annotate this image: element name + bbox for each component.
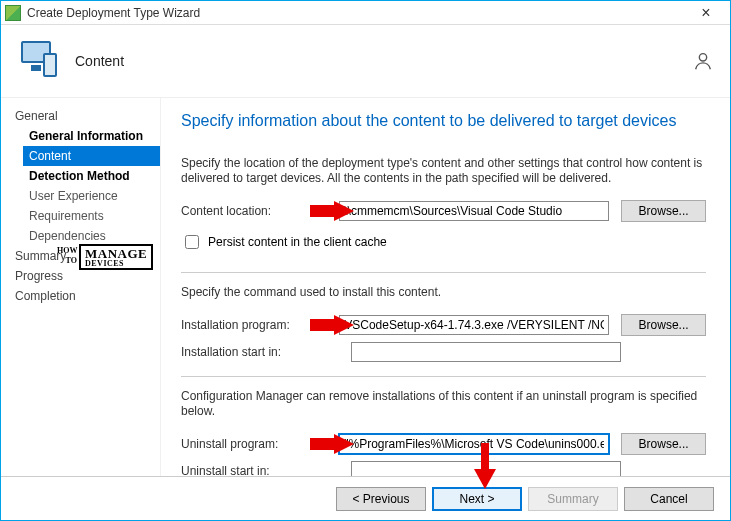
row-install-program: Installation program: Browse... <box>181 314 706 336</box>
label-persist-cache: Persist content in the client cache <box>208 235 387 249</box>
sidebar-item-content[interactable]: Content <box>23 146 160 166</box>
page-heading: Specify information about the content to… <box>181 112 706 130</box>
label-uninstall-start: Uninstall start in: <box>181 464 351 476</box>
sidebar-item-dependencies[interactable]: Dependencies <box>11 226 160 246</box>
sidebar-item-user-experience[interactable]: User Experience <box>11 186 160 206</box>
checkbox-persist-cache[interactable] <box>185 235 199 249</box>
sidebar-item-detection-method[interactable]: Detection Method <box>11 166 160 186</box>
summary-button: Summary <box>528 487 618 511</box>
label-install-start: Installation start in: <box>181 345 351 359</box>
input-uninstall-start[interactable] <box>351 461 621 476</box>
watermark: HOWTO MANAGE DEVICES <box>79 244 159 276</box>
sidebar-item-completion[interactable]: Completion <box>11 286 160 306</box>
svg-point-0 <box>699 54 706 61</box>
sidebar-item-requirements[interactable]: Requirements <box>11 206 160 226</box>
label-uninstall-program: Uninstall program: <box>181 437 339 451</box>
input-install-start[interactable] <box>351 342 621 362</box>
header: Content <box>1 25 730 97</box>
close-icon[interactable]: × <box>686 4 726 22</box>
browse-uninstall-button[interactable]: Browse... <box>621 433 706 455</box>
row-uninstall-start: Uninstall start in: <box>181 461 706 476</box>
app-icon <box>5 5 21 21</box>
row-content-location: Content location: Browse... <box>181 200 706 222</box>
wizard-footer: < Previous Next > Summary Cancel <box>1 476 730 520</box>
window-title: Create Deployment Type Wizard <box>27 6 200 20</box>
input-install-program[interactable] <box>339 315 609 335</box>
input-content-location[interactable] <box>339 201 609 221</box>
page-description: Specify the location of the deployment t… <box>181 156 706 186</box>
account-icon <box>692 50 714 72</box>
browse-content-button[interactable]: Browse... <box>621 200 706 222</box>
browse-install-button[interactable]: Browse... <box>621 314 706 336</box>
wizard-window: Create Deployment Type Wizard × Content … <box>0 0 731 521</box>
header-section-title: Content <box>75 53 124 69</box>
previous-button[interactable]: < Previous <box>336 487 426 511</box>
sidebar-item-general[interactable]: General <box>11 106 160 126</box>
wizard-steps-sidebar: General General Information Content Dete… <box>1 98 161 476</box>
sidebar-item-general-information[interactable]: General Information <box>11 126 160 146</box>
uninstall-description: Configuration Manager can remove install… <box>181 389 706 419</box>
label-content-location: Content location: <box>181 204 339 218</box>
next-button[interactable]: Next > <box>432 487 522 511</box>
row-uninstall-program: Uninstall program: Browse... <box>181 433 706 455</box>
install-description: Specify the command used to install this… <box>181 285 706 300</box>
content-panel: Specify information about the content to… <box>161 98 730 476</box>
computer-icon <box>17 39 61 83</box>
titlebar: Create Deployment Type Wizard × <box>1 1 730 25</box>
input-uninstall-program[interactable] <box>339 434 609 454</box>
label-install-program: Installation program: <box>181 318 339 332</box>
row-install-start: Installation start in: <box>181 342 706 362</box>
cancel-button[interactable]: Cancel <box>624 487 714 511</box>
